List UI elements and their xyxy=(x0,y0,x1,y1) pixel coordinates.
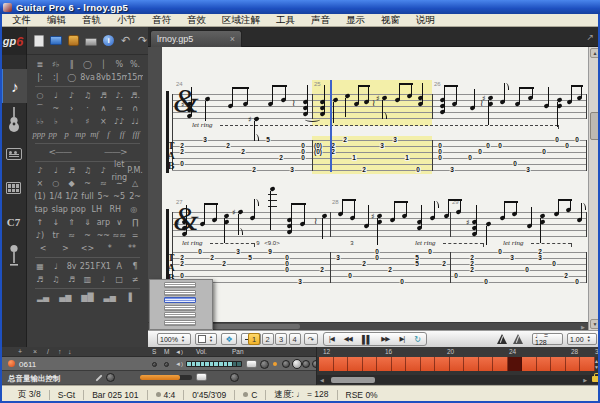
palette-item-8-4[interactable]: ≈ xyxy=(95,177,111,190)
eq-knob-2[interactable] xyxy=(302,360,310,368)
palette-item-2-5[interactable]: ♪. xyxy=(111,89,127,102)
palette-item-0-4[interactable]: │ xyxy=(95,58,111,71)
tab-close-icon[interactable]: × xyxy=(230,34,235,44)
palette-item-14-5[interactable]: A xyxy=(111,260,127,273)
palette-item-13-0[interactable]: < xyxy=(32,242,54,255)
score-area[interactable]: &TAB242526let ring♯♯♯♯≀≀≀2203222523000(0… xyxy=(148,47,600,330)
palette-item-10-3[interactable]: LH xyxy=(88,203,107,216)
palette-item-7-2[interactable]: ♬ xyxy=(64,164,80,177)
palette-item-2-3[interactable]: ♫ xyxy=(80,89,96,102)
palette-item-1-0[interactable]: |: xyxy=(32,71,48,84)
horizontal-scrollbar[interactable]: ◀ ▶ xyxy=(148,322,588,330)
zoom-select[interactable]: 100% ▲▼ xyxy=(157,333,191,345)
palette-item-11-0[interactable]: ↑ xyxy=(32,216,48,229)
palette-item-8-3[interactable]: ~ xyxy=(80,177,96,190)
metronome-swing-icon[interactable] xyxy=(513,334,523,344)
timeline-bar-cell[interactable] xyxy=(348,357,363,371)
mute-toggle[interactable] xyxy=(164,362,169,367)
palette-item-11-5[interactable]: ∨ xyxy=(111,216,127,229)
menu-item-6[interactable]: 区域注解 xyxy=(214,14,268,27)
view-popup-item-5[interactable] xyxy=(164,320,196,326)
timeline-cells[interactable] xyxy=(319,357,595,371)
remove-track-icon[interactable]: × xyxy=(33,347,37,357)
menu-item-5[interactable]: 音效 xyxy=(179,14,214,27)
palette-item-1-6[interactable]: 15mb xyxy=(127,71,143,84)
palette-item-5-3[interactable]: mp xyxy=(74,128,88,141)
palette-item-1-5[interactable]: 15ma xyxy=(111,71,127,84)
tempo-box[interactable]: ♩ = 128 xyxy=(532,333,563,345)
palette-item-12-0[interactable]: ♪) xyxy=(32,229,48,242)
palette-item-3-3[interactable]: · xyxy=(80,102,96,115)
timeline-bar-cell[interactable] xyxy=(334,357,349,371)
solo-toggle[interactable] xyxy=(152,362,157,367)
track-row[interactable]: 0611 ◄) xyxy=(0,357,316,371)
palette-item-7-1[interactable]: ♩ xyxy=(48,164,64,177)
palette-item-15-3[interactable]: ▥ xyxy=(80,273,96,286)
palette-item-4-4[interactable]: × xyxy=(95,115,111,128)
menu-item-4[interactable]: 音符 xyxy=(144,14,179,27)
palette-item-7-4[interactable]: ♪ xyxy=(95,164,111,177)
palette-item-0-5[interactable]: % xyxy=(111,58,127,71)
palette-item-16-4[interactable]: ▌ xyxy=(121,291,143,304)
sidebar-item-guitar[interactable] xyxy=(0,103,27,137)
palette-item-12-6[interactable]: = xyxy=(127,229,143,242)
palette-item-5-5[interactable]: f xyxy=(101,128,115,141)
pause-button[interactable]: ▌▌ xyxy=(362,335,371,344)
score-page[interactable]: &TAB242526let ring♯♯♯♯≀≀≀2203222523000(0… xyxy=(162,47,588,322)
multivoice-button[interactable]: ↷ xyxy=(304,333,318,345)
palette-item-5-0[interactable]: ppp xyxy=(32,128,46,141)
view-popup-item-3[interactable] xyxy=(164,305,196,311)
palette-item-3-0[interactable]: ⌒ xyxy=(32,102,48,115)
timeline-bar-cell[interactable] xyxy=(363,357,378,371)
palette-item-5-1[interactable]: pp xyxy=(46,128,60,141)
document-tab[interactable]: lrnoy.gp5 × xyxy=(150,30,242,47)
menu-item-0[interactable]: 文件 xyxy=(4,14,39,27)
palette-item-12-3[interactable]: ~ xyxy=(80,229,96,242)
palette-item-2-2[interactable]: ♪ xyxy=(64,89,80,102)
rewind-button[interactable]: ◀◀ xyxy=(344,335,352,343)
timeline-bar-cell[interactable] xyxy=(319,357,334,371)
master-knob-left[interactable] xyxy=(106,373,115,382)
menu-item-2[interactable]: 音轨 xyxy=(74,14,109,27)
redo-button[interactable]: ↷ xyxy=(137,34,148,48)
palette-item-0-1[interactable]: ♯♭ xyxy=(48,58,64,71)
palette-item-15-4[interactable]: ♩ xyxy=(95,273,111,286)
fast-forward-button[interactable]: ▶▶ xyxy=(381,335,389,343)
sidebar-item-amp[interactable] xyxy=(0,137,27,171)
palette-item-4-1[interactable]: ♭ xyxy=(48,115,64,128)
timeline-bar-cell[interactable] xyxy=(392,357,407,371)
palette-item-10-2[interactable]: pop xyxy=(69,203,88,216)
save-file-button[interactable] xyxy=(68,34,79,48)
palette-item-12-5[interactable]: ≈≈ xyxy=(111,229,127,242)
palette-item-14-1[interactable]: ♩ xyxy=(48,260,64,273)
palette-item-5-7[interactable]: fff xyxy=(129,128,143,141)
timeline-scroll-right-icon[interactable]: ▶ xyxy=(583,377,587,383)
timeline-bar-cell[interactable] xyxy=(493,357,508,371)
palette-item-14-4[interactable]: FX1 xyxy=(95,260,111,273)
timeline-bar-cell[interactable] xyxy=(580,357,595,371)
palette-item-8-2[interactable]: ◆ xyxy=(64,177,80,190)
menu-item-10[interactable]: 视窗 xyxy=(373,14,408,27)
palette-item-10-5[interactable]: ◎ xyxy=(125,203,144,216)
palette-item-16-3[interactable]: ▃▅ xyxy=(99,291,121,304)
palette-item-13-1[interactable]: > xyxy=(54,242,76,255)
palette-item-3-5[interactable]: ≈ xyxy=(111,102,127,115)
palette-item-9-2[interactable]: 1/2 xyxy=(64,190,80,203)
timeline-bar-cell[interactable] xyxy=(551,357,566,371)
palette-item-0-2[interactable]: ‖ xyxy=(64,58,80,71)
palette-item-13-2[interactable]: <> xyxy=(76,242,98,255)
pan-knob[interactable] xyxy=(260,360,269,369)
palette-item-10-1[interactable]: slap xyxy=(51,203,70,216)
palette-item-10-0[interactable]: tap xyxy=(32,203,51,216)
timeline-bar-cell[interactable] xyxy=(450,357,465,371)
view-popup-item-1[interactable] xyxy=(164,290,196,296)
palette-item-2-1[interactable]: ♩ xyxy=(48,89,64,102)
timeline-bar-cell[interactable] xyxy=(377,357,392,371)
voice-button-3[interactable]: 3 xyxy=(275,333,287,345)
timeline-bar-cell[interactable] xyxy=(522,357,537,371)
palette-item-2-4[interactable]: ♬ xyxy=(95,89,111,102)
palette-item-1-3[interactable]: 8va xyxy=(80,71,96,84)
palette-item-14-6[interactable]: ¶ xyxy=(127,260,143,273)
menu-item-7[interactable]: 工具 xyxy=(268,14,303,27)
speed-box[interactable]: 1.00 ▲▼ xyxy=(567,333,597,345)
